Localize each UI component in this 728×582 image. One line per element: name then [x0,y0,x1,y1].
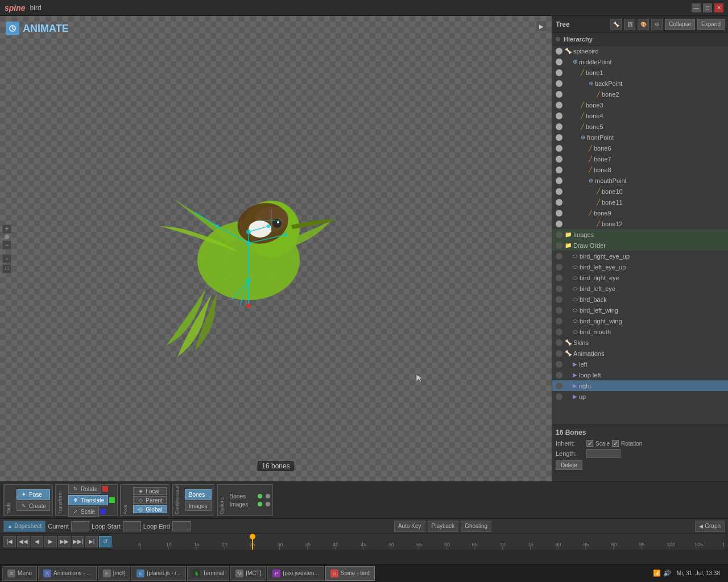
tree-item-bird-left-eye[interactable]: ⬭ bird_left_eye [552,283,728,294]
images-opt2[interactable] [266,502,270,506]
tree-vis-right[interactable] [556,383,562,389]
last-frame-button[interactable]: ▶| [85,536,98,547]
tree-images-icon[interactable]: 🖼 [624,19,635,30]
reset-view-button[interactable]: ⌂ [2,254,11,263]
close-button[interactable]: ✕ [714,3,723,13]
tree-vis-bone11[interactable] [556,199,562,206]
next-frame-button[interactable]: ▶▶ [58,536,71,547]
tree-item-left[interactable]: ▶ left [552,359,728,369]
tree-expand-button[interactable]: Expand [697,19,725,30]
tree-vis-bone9[interactable] [556,210,562,217]
menu-button[interactable]: ≡ Menu [2,566,37,581]
taskbar-mct-2[interactable]: M [MCT] [230,566,266,581]
taskbar-animations[interactable]: A Animations - ... [38,566,97,581]
taskbar-terminal[interactable]: $ Terminal [187,566,229,581]
tree-vis-Animations[interactable] [556,350,562,357]
tree-item-bone1[interactable]: ╱ bone1 [552,67,728,78]
tree-vis-loop-left[interactable] [556,372,562,379]
tree-vis-bird-right-eye[interactable] [556,275,562,281]
current-frame-input[interactable]: 25 [71,521,89,531]
tree-vis-bird-left-eye-up[interactable] [556,264,562,271]
taskbar-mct-1[interactable]: F [mct] [98,566,131,581]
tree-item-loop-left[interactable]: ▶ loop left [552,369,728,380]
tree-vis-bird-right-eye-up[interactable] [556,253,562,260]
tree-vis-bird-right-wing[interactable] [556,318,562,325]
tree-vis-bone1[interactable] [556,69,562,76]
loop-button[interactable]: ↺ [99,536,111,547]
tree-vis-frontPoint[interactable] [556,134,562,141]
tree-item-backPoint[interactable]: ⊕ backPoint [552,78,728,89]
tree-item-bird-right-eye-up[interactable]: ⬭ bird_right_eye_up [552,251,728,261]
tree-item-mouthPoint[interactable]: ⊕ mouthPoint [552,175,728,186]
tree-bones-icon[interactable]: 🦴 [610,19,622,30]
tree-item-bird-left-eye-up[interactable]: ⬭ bird_left_eye_up [552,261,728,272]
images-compensate-button[interactable]: Images [185,501,212,511]
tree-item-bone12[interactable]: ╱ bone12 [552,218,728,229]
tree-vis-up[interactable] [556,393,562,400]
tree-vis-Skins[interactable] [556,339,562,346]
bones-opt1[interactable] [258,494,262,498]
prev-frame-button[interactable]: ◀ [31,536,43,547]
tree-item-Animations[interactable]: 🦴 Animations [552,348,728,359]
tree-vis-mouthPoint[interactable] [556,177,562,184]
tree-vis-middlePoint[interactable] [556,59,562,65]
loop-start-input[interactable] [123,521,141,531]
next-keyframe-button[interactable]: ▶▶| [72,536,84,547]
tree-vis-bone7[interactable] [556,156,562,163]
tree-item-bone5[interactable]: ╱ bone5 [552,121,728,132]
tree-collapse-button[interactable]: Collapse [665,19,695,30]
tree-item-frontPoint[interactable]: ⊕ frontPoint [552,132,728,143]
images-opt1[interactable] [258,502,262,506]
tree-item-up[interactable]: ▶ up [552,391,728,402]
tree-item-bone10[interactable]: ╱ bone10 [552,186,728,197]
tree-vis-backPoint[interactable] [556,80,562,87]
tree-item-bird-left-wing[interactable]: ⬭ bird_left_wing [552,305,728,315]
vis-toggle[interactable] [556,37,560,41]
prev-keyframe-button[interactable]: ◀◀ [17,536,30,547]
tree-vis-bone2[interactable] [556,91,562,98]
tree-vis-bird-back[interactable] [556,296,562,303]
tree-content[interactable]: 🦴 spinebird ⊕ middlePoint ╱ bone1 [552,45,728,425]
scale-checkbox[interactable]: ✓ [586,440,593,447]
tree-settings-icon[interactable]: ⚙ [651,19,663,30]
tree-vis-DrawOrder[interactable] [556,242,562,249]
scale-button[interactable]: ⤢ Scale [68,506,99,517]
pose-button[interactable]: ✦ Pose [16,489,50,500]
tree-vis-left[interactable] [556,361,562,368]
tree-item-bird-mouth[interactable]: ⬭ bird_mouth [552,326,728,337]
local-button[interactable]: ◈ Local [133,487,166,495]
taskbar-pixijs[interactable]: P [pixi.js/exam... [267,566,324,581]
maximize-button[interactable]: □ [703,3,712,13]
tree-vis-spinebird[interactable] [556,48,562,55]
playback-button[interactable]: Playback [428,521,459,532]
playhead-marker[interactable] [250,534,255,539]
tree-item-bird-right-wing[interactable]: ⬭ bird_right_wing [552,315,728,326]
zoom-out-button[interactable]: − [2,240,11,250]
viewport[interactable]: ANIMATE ▶ + − ⌂ ⛶ [0,16,552,481]
auto-key-button[interactable]: Auto Key [394,521,425,532]
tree-vis-bird-left-wing[interactable] [556,307,562,314]
viewport-play-button[interactable]: ▶ [536,20,547,32]
create-button[interactable]: ✎ Create [16,501,50,511]
tree-item-Images[interactable]: 📁 Images [552,229,728,240]
first-frame-button[interactable]: |◀ [3,536,16,547]
parent-button[interactable]: ◇ Parent [133,496,166,504]
tree-vis-bone12[interactable] [556,221,562,227]
tree-item-bone3[interactable]: ╱ bone3 [552,99,728,110]
rotate-button[interactable]: ↻ Rotate [68,484,101,494]
tree-vis-bone4[interactable] [556,113,562,119]
zoom-in-button[interactable]: + [2,225,11,234]
graph-button[interactable]: ◀ Graph [695,521,725,532]
tree-item-bone11[interactable]: ╱ bone11 [552,197,728,207]
global-button[interactable]: ◎ Global [133,505,166,513]
tree-item-bird-back[interactable]: ⬭ bird_back [552,294,728,305]
ghosting-button[interactable]: Ghosting [461,521,491,532]
tree-vis-bone6[interactable] [556,145,562,152]
tree-vis-bone8[interactable] [556,167,562,173]
fit-view-button[interactable]: ⛶ [2,264,11,273]
tree-item-bone6[interactable]: ╱ bone6 [552,143,728,153]
delete-button[interactable]: Delete [556,460,582,470]
bones-opt2[interactable] [266,494,270,498]
tree-vis-bone10[interactable] [556,188,562,195]
tree-item-spinebird[interactable]: 🦴 spinebird [552,45,728,56]
